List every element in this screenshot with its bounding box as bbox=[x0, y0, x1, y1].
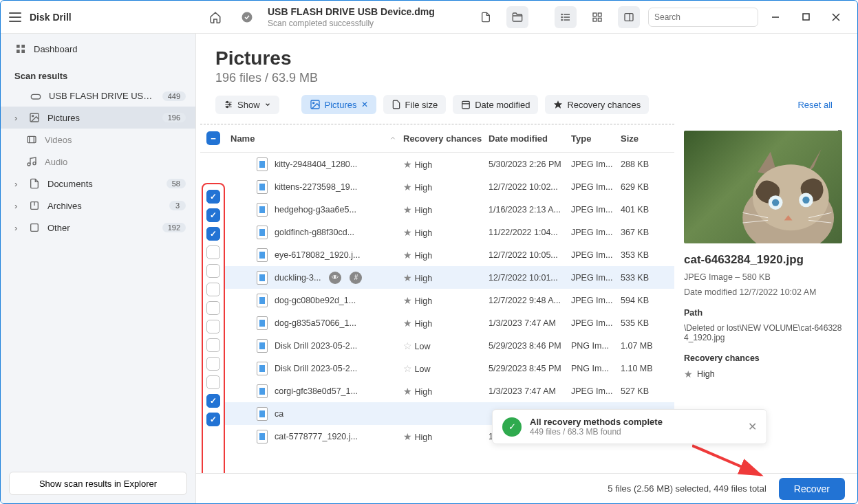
filter-chip-pictures[interactable]: Pictures✕ bbox=[301, 95, 376, 114]
table-row[interactable]: eye-6178082_1920.j...★ High12/7/2022 10:… bbox=[225, 243, 674, 266]
sidebar-item-videos[interactable]: Videos bbox=[1, 129, 195, 151]
home-icon[interactable] bbox=[204, 6, 226, 28]
filter-chip-date-modified[interactable]: Date modified bbox=[453, 95, 538, 114]
svg-rect-21 bbox=[21, 50, 25, 53]
table-row[interactable]: goldfinch-g88f30cd...★ High11/22/2022 1:… bbox=[225, 221, 674, 243]
row-checkbox[interactable] bbox=[206, 394, 220, 408]
table-row[interactable]: corgi-gfc38e0d57_1...★ High1/3/2023 7:47… bbox=[225, 380, 674, 402]
svg-rect-19 bbox=[17, 45, 20, 48]
show-in-explorer-button[interactable]: Show scan results in Explorer bbox=[9, 472, 187, 495]
table-row[interactable]: kitty-2948404_1280...★ High5/30/2023 2:2… bbox=[225, 153, 674, 175]
minimize-button[interactable] bbox=[762, 6, 789, 28]
panel-view-icon[interactable] bbox=[618, 6, 640, 28]
table-row[interactable]: hedgehog-g3aa6e5...★ High1/16/2023 2:13 … bbox=[225, 198, 674, 221]
dashboard-icon bbox=[14, 43, 27, 54]
table-row[interactable]: dog-g835a57066_1...★ High1/3/2023 7:47 A… bbox=[225, 311, 674, 334]
select-all-checkbox[interactable]: − bbox=[206, 131, 220, 145]
row-checkbox[interactable] bbox=[206, 190, 220, 204]
sidebar-dashboard[interactable]: Dashboard bbox=[1, 38, 195, 60]
sidebar-drive[interactable]: USB FLASH DRIVE USB... 449 bbox=[1, 85, 195, 107]
sidebar-item-other[interactable]: ›Other192 bbox=[1, 217, 195, 239]
column-type[interactable]: Type bbox=[571, 133, 621, 144]
svg-rect-42 bbox=[462, 101, 470, 109]
svg-point-30 bbox=[33, 162, 36, 165]
svg-point-6 bbox=[561, 19, 562, 20]
toast-close-button[interactable]: ✕ bbox=[748, 420, 757, 433]
document-icon[interactable] bbox=[475, 6, 497, 28]
filter-chip-file-size[interactable]: File size bbox=[383, 95, 447, 114]
search-input[interactable] bbox=[648, 8, 758, 27]
column-recovery[interactable]: Recovery chances bbox=[403, 133, 489, 144]
svg-rect-8 bbox=[598, 13, 601, 17]
recover-button[interactable]: Recover bbox=[779, 478, 845, 500]
file-icon bbox=[257, 271, 268, 285]
maximize-button[interactable] bbox=[793, 6, 819, 28]
reset-all-link[interactable]: Reset all bbox=[797, 100, 838, 110]
row-checkbox[interactable] bbox=[206, 283, 220, 296]
hamburger-menu[interactable] bbox=[9, 12, 21, 22]
svg-rect-20 bbox=[21, 45, 25, 48]
sidebar: Dashboard Scan results USB FLASH DRIVE U… bbox=[1, 34, 196, 503]
row-checkbox[interactable] bbox=[206, 338, 220, 352]
star-icon: ★ bbox=[403, 204, 412, 215]
column-date[interactable]: Date modified bbox=[489, 133, 571, 144]
star-icon: ★ bbox=[403, 386, 412, 397]
close-button[interactable] bbox=[823, 6, 849, 28]
column-name[interactable]: Name bbox=[230, 133, 255, 144]
sidebar-item-audio[interactable]: Audio bbox=[1, 151, 195, 173]
image-icon bbox=[28, 112, 41, 123]
table-row[interactable]: duckling-3...👁#★ High12/7/2022 10:01...J… bbox=[225, 266, 674, 289]
date-icon bbox=[461, 100, 471, 109]
file-icon bbox=[257, 384, 268, 398]
row-checkbox[interactable] bbox=[206, 264, 220, 278]
column-size[interactable]: Size bbox=[621, 133, 674, 144]
svg-point-0 bbox=[242, 12, 253, 22]
table-row[interactable]: Disk Drill 2023-05-2...☆ Low5/29/2023 8:… bbox=[225, 334, 674, 357]
row-checkbox[interactable] bbox=[206, 320, 220, 333]
svg-rect-9 bbox=[598, 18, 601, 21]
page-title: Pictures bbox=[215, 47, 838, 69]
star-icon: ★ bbox=[403, 431, 412, 442]
row-checkbox[interactable] bbox=[206, 208, 220, 222]
table-row[interactable]: kittens-2273598_19...★ High12/7/2022 10:… bbox=[225, 175, 674, 198]
svg-rect-26 bbox=[28, 136, 36, 142]
svg-marker-44 bbox=[555, 100, 563, 109]
selection-status: 5 files (2.56 MB) selected, 449 files to… bbox=[608, 483, 766, 494]
list-view-icon[interactable] bbox=[555, 6, 577, 28]
table-row[interactable]: Disk Drill 2023-05-2...☆ Low5/29/2023 8:… bbox=[225, 357, 674, 380]
doc-icon bbox=[28, 178, 41, 189]
drive-icon bbox=[30, 92, 42, 100]
svg-rect-7 bbox=[593, 13, 597, 17]
check-icon: ✓ bbox=[502, 417, 522, 437]
star-icon bbox=[553, 100, 563, 109]
grid-view-icon[interactable] bbox=[586, 6, 608, 28]
row-checkbox[interactable] bbox=[206, 227, 220, 241]
folder-icon[interactable] bbox=[506, 6, 528, 28]
table-row[interactable]: dog-gc080be92d_1...★ High12/7/2022 9:48 … bbox=[225, 289, 674, 311]
svg-point-29 bbox=[28, 163, 30, 166]
file-icon bbox=[257, 339, 268, 353]
row-checkbox[interactable] bbox=[206, 245, 220, 259]
row-checkbox[interactable] bbox=[206, 301, 220, 315]
app-title: Disk Drill bbox=[30, 12, 72, 23]
chevron-down-icon bbox=[264, 101, 271, 108]
sidebar-item-pictures[interactable]: ›Pictures196 bbox=[1, 107, 195, 129]
row-checkbox[interactable] bbox=[206, 413, 220, 426]
sidebar-item-archives[interactable]: ›Archives3 bbox=[1, 195, 195, 217]
device-subtitle: Scan completed successfully bbox=[268, 19, 435, 28]
row-checkbox[interactable] bbox=[206, 357, 220, 371]
preview-thumbnail bbox=[684, 131, 842, 243]
file-icon bbox=[257, 362, 268, 375]
filter-chip-recovery-chances[interactable]: Recovery chances bbox=[545, 95, 649, 114]
filesize-icon bbox=[392, 100, 401, 109]
show-dropdown[interactable]: Show bbox=[215, 96, 279, 114]
star-icon: ★ bbox=[403, 159, 412, 170]
svg-point-5 bbox=[561, 17, 562, 17]
row-checkbox[interactable] bbox=[206, 375, 220, 389]
sort-arrow-icon bbox=[389, 135, 396, 142]
other-icon bbox=[28, 222, 41, 233]
svg-rect-22 bbox=[17, 50, 20, 53]
sidebar-item-documents[interactable]: ›Documents58 bbox=[1, 173, 195, 195]
remove-chip-icon[interactable]: ✕ bbox=[361, 100, 368, 109]
file-icon bbox=[257, 226, 268, 239]
